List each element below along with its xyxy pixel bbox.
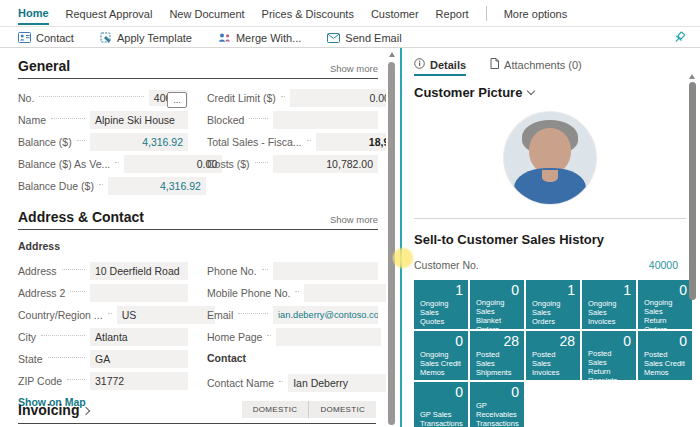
total-sales-field[interactable]: 18,974.20: [316, 133, 386, 151]
nav-tab-customer[interactable]: Customer: [371, 3, 419, 24]
dotted-leader: [279, 381, 283, 382]
dotted-leader: [62, 269, 85, 270]
cue-posted-sales-shipments[interactable]: 28Posted Sales Shipments: [470, 331, 524, 380]
nav-tab-prices-discounts[interactable]: Prices & Discounts: [262, 3, 354, 24]
dotted-leader: [295, 291, 299, 292]
zip-code-field[interactable]: 31772: [90, 372, 188, 390]
cue-value: 0: [644, 334, 687, 349]
field-row: Balance Due ($) 4,316.92: [18, 177, 188, 195]
tab-attachments[interactable]: Attachments (0): [490, 58, 582, 76]
customer-posting-group-badge[interactable]: DOMESTIC: [308, 401, 376, 418]
cue-label: Posted Sales Credit Memos: [644, 350, 687, 377]
balance-due-field[interactable]: 4,316.92: [108, 177, 206, 195]
field-row: ZIP Code 31772: [18, 372, 188, 390]
field-label: Balance Due ($): [18, 180, 94, 192]
cue-gp-receivables-transactions[interactable]: 0GP Receivables Transactions: [470, 382, 524, 427]
cue-value: 28: [532, 334, 575, 349]
dotted-leader: [238, 313, 268, 314]
assist-edit-button[interactable]: ...: [167, 92, 187, 108]
cue-ongoing-sales-invoices[interactable]: 1Ongoing Sales Invoices: [582, 280, 636, 329]
customer-picture-container: [414, 112, 686, 204]
chevron-down-icon: [527, 87, 535, 95]
cue-ongoing-sales-blanket-orders[interactable]: 0Ongoing Sales Blanket Orders: [470, 280, 524, 329]
field-label: Blocked: [207, 114, 244, 126]
cue-posted-sales-credit-memos[interactable]: 0Posted Sales Credit Memos: [638, 331, 692, 380]
field-label: ZIP Code: [18, 375, 62, 387]
nav-tab-report[interactable]: Report: [436, 3, 469, 24]
costs-field[interactable]: 10,782.00: [273, 155, 378, 173]
scroll-up-arrow-icon[interactable]: [389, 52, 395, 57]
apply-template-button[interactable]: Apply Template: [100, 32, 192, 44]
balance-field[interactable]: 4,316.92: [90, 133, 188, 151]
avatar-collar: [542, 170, 558, 182]
cue-label: GP Sales Transactions: [420, 410, 463, 427]
dotted-leader: [41, 335, 85, 336]
city-field[interactable]: Atlanta: [90, 328, 188, 346]
country-region-field[interactable]: US: [117, 306, 215, 324]
dotted-leader: [267, 335, 271, 336]
apply-template-icon: [100, 32, 112, 44]
field-row: Name Alpine Ski House: [18, 111, 188, 129]
invoicing-title-text: Invoicing: [18, 402, 79, 418]
address-field[interactable]: 10 Deerfield Road: [90, 262, 188, 280]
cue-posted-sales-invoices[interactable]: 28Posted Sales Invoices: [526, 331, 580, 380]
contact-name-field[interactable]: Ian Deberry: [288, 374, 386, 392]
mobile-phone-field[interactable]: [304, 284, 386, 302]
customer-no-value[interactable]: 40000: [649, 259, 678, 271]
field-label: City: [18, 331, 36, 343]
gen-bus-posting-group-badge[interactable]: DOMESTIC: [242, 401, 309, 418]
nav-tab-home[interactable]: Home: [18, 2, 49, 25]
address2-field[interactable]: [90, 284, 188, 302]
customer-picture-header[interactable]: Customer Picture: [414, 85, 686, 100]
invoicing-section-header[interactable]: Invoicing DOMESTIC DOMESTIC: [18, 401, 376, 424]
dotted-leader: [48, 357, 85, 358]
factbox-scrollbar[interactable]: [688, 48, 698, 427]
phone-field[interactable]: [273, 262, 378, 280]
field-row: City Atlanta: [18, 328, 188, 346]
field-row: Address 2: [18, 284, 188, 302]
cue-ongoing-sales-credit-memos[interactable]: 0Ongoing Sales Credit Memos: [414, 331, 468, 380]
general-show-more-link[interactable]: Show more: [330, 63, 378, 74]
cue-value: 0: [644, 283, 687, 298]
general-section-title: General: [18, 58, 70, 74]
scroll-up-arrow-icon[interactable]: [689, 74, 695, 79]
dotted-leader: [67, 379, 85, 380]
merge-with-button[interactable]: Merge With...: [218, 32, 301, 44]
name-field[interactable]: Alpine Ski House: [90, 111, 188, 129]
action-menu-bar: Home Request Approval New Document Price…: [0, 0, 700, 27]
cue-gp-sales-transactions[interactable]: 0GP Sales Transactions: [414, 382, 468, 427]
tab-details[interactable]: Details: [414, 58, 466, 76]
send-email-button[interactable]: Send Email: [327, 32, 401, 44]
home-page-field[interactable]: [276, 328, 381, 346]
cue-label: Posted Sales Return Receipts: [588, 349, 631, 385]
email-field[interactable]: ian.deberry@contoso.com: [273, 306, 378, 324]
info-circle-icon: [414, 58, 425, 71]
cue-value: 0: [420, 334, 463, 349]
address-group-label: Address: [18, 240, 188, 256]
nav-tab-new-document[interactable]: New Document: [169, 3, 244, 24]
scrollbar-thumb[interactable]: [388, 62, 395, 425]
state-field[interactable]: GA: [90, 350, 188, 368]
pin-factbox-icon[interactable]: [670, 30, 688, 48]
invoicing-section-title[interactable]: Invoicing: [18, 402, 89, 418]
factbox-pane: Details Attachments (0) Customer Picture: [400, 48, 700, 427]
action-toolbar: Contact Apply Template Merge With... Sen…: [0, 28, 700, 48]
contact-button[interactable]: Contact: [18, 32, 74, 44]
general-fields: No. 40000... Name Alpine Ski House Balan…: [18, 89, 378, 199]
cue-posted-sales-return-receipts[interactable]: 0Posted Sales Return Receipts: [582, 331, 636, 380]
field-row: Mobile Phone No.: [207, 284, 378, 302]
cue-ongoing-sales-quotes[interactable]: 1Ongoing Sales Quotes: [414, 280, 468, 329]
credit-limit-field[interactable]: 0.00: [290, 89, 386, 107]
scrollbar-thumb[interactable]: [689, 82, 696, 300]
cue-ongoing-sales-return-orders[interactable]: 0Ongoing Sales Return Orders: [638, 280, 692, 329]
nav-tab-request-approval[interactable]: Request Approval: [66, 3, 153, 24]
address-show-more-link[interactable]: Show more: [330, 214, 378, 225]
field-row: Balance ($) 4,316.92: [18, 133, 188, 151]
blocked-field[interactable]: [273, 111, 378, 129]
left-panel-scrollbar[interactable]: [386, 48, 398, 427]
factbox-divider: [414, 218, 686, 219]
more-options-button[interactable]: More options: [504, 3, 568, 24]
customer-photo[interactable]: [504, 112, 596, 204]
field-label: No.: [18, 92, 34, 104]
cue-ongoing-sales-orders[interactable]: 1Ongoing Sales Orders: [526, 280, 580, 329]
